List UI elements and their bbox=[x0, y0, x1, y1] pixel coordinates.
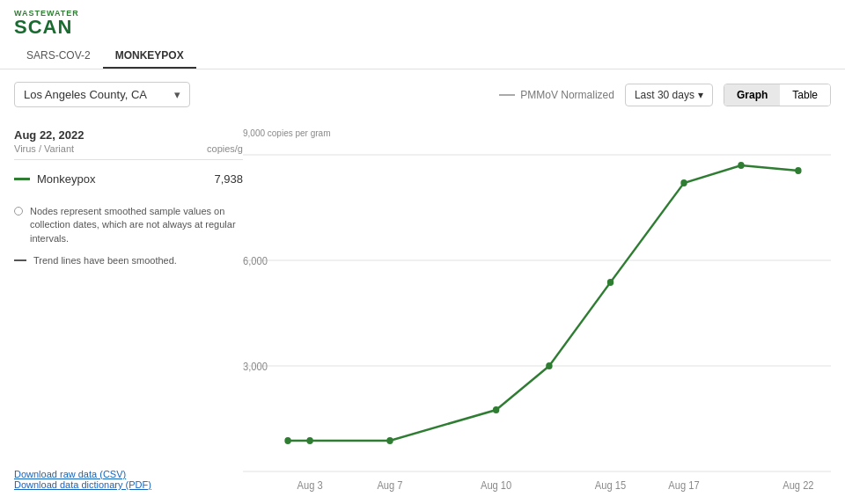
y-axis-label: 9,000 copies per gram bbox=[243, 128, 331, 138]
download-pdf-link[interactable]: Download data dictionary (PDF) bbox=[14, 479, 151, 490]
svg-text:Aug 22: Aug 22 bbox=[783, 480, 813, 491]
chart-area: 9,000 copies per gram 6,000 3,000 Aug 3 … bbox=[243, 120, 831, 504]
left-panel: Aug 22, 2022 Virus / Variant copies/g Mo… bbox=[14, 120, 243, 504]
svg-point-20 bbox=[795, 167, 801, 174]
download-links: Download raw data (CSV) Download data di… bbox=[14, 469, 151, 490]
graph-button[interactable]: Graph bbox=[724, 84, 780, 106]
location-label: Los Angeles County, CA bbox=[24, 88, 147, 101]
chevron-down-icon: ▾ bbox=[174, 88, 180, 101]
svg-point-19 bbox=[738, 162, 744, 169]
virus-table-header: Virus / Variant copies/g bbox=[14, 143, 243, 160]
note-1-text: Nodes represent smoothed sample values o… bbox=[30, 205, 243, 245]
logo-bottom: SCAN bbox=[14, 18, 831, 37]
tab-monkeypox[interactable]: MONKEYPOX bbox=[103, 44, 196, 69]
legend-item: PMMoV Normalized bbox=[499, 89, 614, 101]
svg-text:3,000: 3,000 bbox=[243, 362, 268, 372]
svg-text:Aug 15: Aug 15 bbox=[595, 480, 626, 491]
svg-point-16 bbox=[546, 362, 552, 369]
logo: WASTEWATER SCAN bbox=[14, 9, 831, 37]
svg-point-18 bbox=[680, 179, 687, 186]
header: WASTEWATER SCAN SARS-COV-2 MONKEYPOX bbox=[0, 0, 845, 69]
svg-point-13 bbox=[306, 437, 312, 444]
virus-name: Monkeypox bbox=[14, 172, 95, 186]
bullet-icon bbox=[14, 207, 23, 215]
date-label: Aug 22, 2022 bbox=[14, 128, 243, 142]
virus-line-icon bbox=[14, 178, 30, 180]
virus-label: Monkeypox bbox=[37, 172, 95, 186]
virus-value: 7,938 bbox=[214, 172, 243, 186]
notes-section: Nodes represent smoothed sample values o… bbox=[14, 205, 243, 268]
svg-text:6,000: 6,000 bbox=[243, 256, 268, 267]
tab-bar: SARS-COV-2 MONKEYPOX bbox=[14, 44, 831, 69]
download-csv-link[interactable]: Download raw data (CSV) bbox=[14, 469, 151, 479]
tab-sars[interactable]: SARS-COV-2 bbox=[14, 44, 103, 69]
svg-point-17 bbox=[607, 279, 614, 286]
table-button[interactable]: Table bbox=[780, 84, 830, 106]
virus-row: Monkeypox 7,938 bbox=[14, 167, 243, 191]
virus-col-header: Virus / Variant bbox=[14, 143, 74, 154]
view-toggle: Graph Table bbox=[724, 84, 831, 106]
note-2: Trend lines have been smoothed. bbox=[14, 254, 243, 267]
svg-text:Aug 3: Aug 3 bbox=[298, 480, 323, 491]
note-2-text: Trend lines have been smoothed. bbox=[33, 254, 177, 267]
svg-point-14 bbox=[386, 437, 393, 444]
svg-point-15 bbox=[493, 406, 499, 413]
line-chart: 6,000 3,000 Aug 3 Aug 7 Aug 10 Aug 15 Au… bbox=[243, 128, 831, 498]
logo-top: WASTEWATER bbox=[14, 9, 831, 18]
dash-icon bbox=[14, 259, 26, 261]
toolbar: Los Angeles County, CA ▾ PMMoV Normalize… bbox=[0, 69, 845, 120]
svg-text:Aug 7: Aug 7 bbox=[377, 480, 402, 491]
main-content: Aug 22, 2022 Virus / Variant copies/g Mo… bbox=[0, 120, 845, 504]
copies-col-header: copies/g bbox=[207, 143, 243, 154]
legend-label: PMMoV Normalized bbox=[520, 89, 614, 101]
legend-dash-icon bbox=[499, 94, 515, 96]
chevron-down-icon: ▾ bbox=[698, 89, 703, 101]
note-1: Nodes represent smoothed sample values o… bbox=[14, 205, 243, 245]
location-dropdown[interactable]: Los Angeles County, CA ▾ bbox=[14, 82, 190, 107]
svg-text:Aug 10: Aug 10 bbox=[481, 480, 511, 491]
time-range-label: Last 30 days bbox=[635, 89, 694, 101]
time-range-dropdown[interactable]: Last 30 days ▾ bbox=[625, 84, 713, 106]
svg-text:Aug 17: Aug 17 bbox=[668, 480, 699, 491]
svg-point-12 bbox=[284, 437, 290, 444]
